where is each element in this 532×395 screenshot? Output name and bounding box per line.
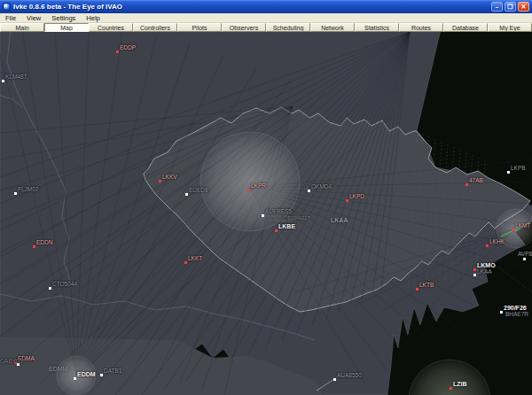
aircraft-label-lkpb[interactable]: LKPB	[511, 165, 526, 171]
aircraft-label-datb1[interactable]: DATB1	[104, 368, 121, 374]
aircraft-label-okmd4[interactable]: OKMD4	[311, 183, 332, 190]
airport-label-lzib[interactable]: LZIB	[453, 381, 467, 387]
airport-marker-lkkv[interactable]	[159, 180, 161, 182]
tab-observers[interactable]: Observers	[222, 23, 266, 32]
aircraft-label-gaby05[interactable]: GABY05	[0, 358, 22, 364]
menu-file[interactable]: File	[0, 13, 21, 23]
airport-label-eddn[interactable]: EDDN	[36, 239, 52, 245]
menu-view[interactable]: View	[21, 13, 46, 23]
airport-label-lkmo[interactable]: LKMO	[477, 262, 496, 268]
airport-marker-lkmo[interactable]	[473, 268, 476, 271]
tab-my-eye[interactable]: My Eye	[488, 23, 532, 32]
aircraft-label-aua8550[interactable]: AUA8550	[337, 372, 362, 378]
airport-label-lkmt[interactable]: LKMT	[515, 222, 530, 228]
tab-database[interactable]: Database	[443, 23, 488, 32]
tab-controllers[interactable]: Controllers	[133, 23, 177, 32]
airport-marker-lkpd[interactable]	[346, 199, 348, 202]
aircraft-label-cto5044[interactable]: CTO5044	[52, 281, 77, 287]
tab-map[interactable]: Map	[44, 23, 89, 32]
aircraft-marker-avp8[interactable]	[523, 258, 526, 260]
airport-marker-lzib[interactable]	[450, 387, 452, 390]
airport-label-lkkt[interactable]: LKKT	[188, 255, 202, 261]
aircraft-marker-okmd4[interactable]	[308, 190, 310, 192]
region-label-edmm: EDMM	[49, 366, 67, 372]
aircraft-marker-eddm[interactable]	[74, 377, 76, 380]
airport-label-lkhk[interactable]: LKHK	[489, 238, 505, 244]
airport-marker-lkpr[interactable]	[247, 189, 250, 191]
airport-label-lkpd[interactable]: LKPD	[349, 193, 364, 199]
airport-label-47ab[interactable]: 47AB	[469, 177, 483, 183]
airport-label-lkpr[interactable]: LKPR	[251, 182, 266, 189]
airport-marker-47ab[interactable]	[466, 183, 468, 186]
aircraft-label-klm487[interactable]: KLM487	[5, 74, 27, 80]
airport-sublabel-lkaa: LKAA	[477, 268, 492, 275]
minimize-button[interactable]: –	[491, 2, 503, 12]
tab-pilots[interactable]: Pilots	[177, 23, 222, 32]
menu-help[interactable]: Help	[81, 13, 105, 23]
aircraft-marker-klm487[interactable]	[2, 80, 4, 82]
aircraft-sublabel-bhae7r: BHAE7R	[505, 311, 528, 317]
region-label-320-a21t: 320/A21T	[287, 215, 310, 221]
tab-bar: Main Map Countries Controllers Pilots Ob…	[0, 23, 532, 32]
airport-label-eddp[interactable]: EDDP	[120, 44, 136, 50]
airport-label-lkkv[interactable]: LKKV	[162, 174, 177, 180]
app-icon	[3, 3, 11, 11]
map-view[interactable]: EDDPEDDNLKKVLKPRLKPDLKKTLKBEEDMALKMTLKHK…	[0, 32, 532, 395]
region-label-lkaa: LKAA	[331, 217, 348, 223]
aircraft-marker-aufres5[interactable]	[262, 214, 264, 217]
airport-marker-lkbe[interactable]	[275, 229, 278, 232]
airport-label-lkbe[interactable]: LKBE	[278, 223, 295, 229]
airport-marker-eddp[interactable]	[116, 50, 119, 53]
tab-scheduling[interactable]: Scheduling	[266, 23, 310, 32]
aircraft-marker-aua8550[interactable]	[333, 378, 336, 381]
airport-marker-lkhk[interactable]	[486, 244, 489, 247]
tab-statistics[interactable]: Statistics	[355, 23, 399, 32]
close-button[interactable]: ✕	[518, 2, 529, 12]
maximize-button[interactable]: ❐	[505, 2, 516, 12]
aircraft-marker-lkpb[interactable]	[507, 171, 510, 174]
aircraft-marker-datb1[interactable]	[100, 374, 103, 376]
app-window: Ivke 0.8.6 beta - The Eye of IVAO – ❐ ✕ …	[0, 0, 532, 395]
menu-settings[interactable]: Settings	[46, 13, 81, 23]
aircraft-label-eddm[interactable]: EDDM	[77, 371, 96, 377]
menu-bar: File View Settings Help	[0, 13, 532, 23]
aircraft-label-290-f26[interactable]: 290/F26	[504, 305, 527, 311]
aircraft-marker-cto5044[interactable]	[49, 287, 51, 290]
aircraft-marker-290-f26[interactable]	[500, 311, 503, 314]
aircraft-label-avp8[interactable]: AVP8	[518, 251, 532, 257]
airport-marker-lktb[interactable]	[416, 288, 419, 290]
tab-countries[interactable]: Countries	[89, 23, 133, 32]
title-bar[interactable]: Ivke 0.8.6 beta - The Eye of IVAO – ❐ ✕	[0, 0, 532, 13]
aircraft-label-fljm07[interactable]: FLJM07	[18, 186, 38, 192]
airport-marker-eddn[interactable]	[33, 245, 35, 248]
aircraft-marker-fljm07[interactable]	[14, 192, 17, 195]
map-markers-layer: EDDPEDDNLKKVLKPRLKPDLKKTLKBEEDMALKMTLKHK…	[0, 32, 532, 395]
aircraft-marker-eued8[interactable]	[185, 193, 188, 196]
tab-routes[interactable]: Routes	[399, 23, 443, 32]
tab-main[interactable]: Main	[0, 23, 44, 32]
airport-label-lktb[interactable]: LKTB	[419, 282, 434, 288]
airport-marker-lkmt[interactable]	[512, 228, 514, 231]
aircraft-label-aufres5[interactable]: AUFRES5	[265, 208, 292, 214]
tab-network[interactable]: Network	[310, 23, 355, 32]
aircraft-label-eued8[interactable]: EUED8	[189, 187, 208, 193]
airport-subdot-lkmo[interactable]	[473, 274, 476, 276]
window-title: Ivke 0.8.6 beta - The Eye of IVAO	[13, 3, 489, 11]
airport-marker-lkkt[interactable]	[184, 261, 187, 264]
